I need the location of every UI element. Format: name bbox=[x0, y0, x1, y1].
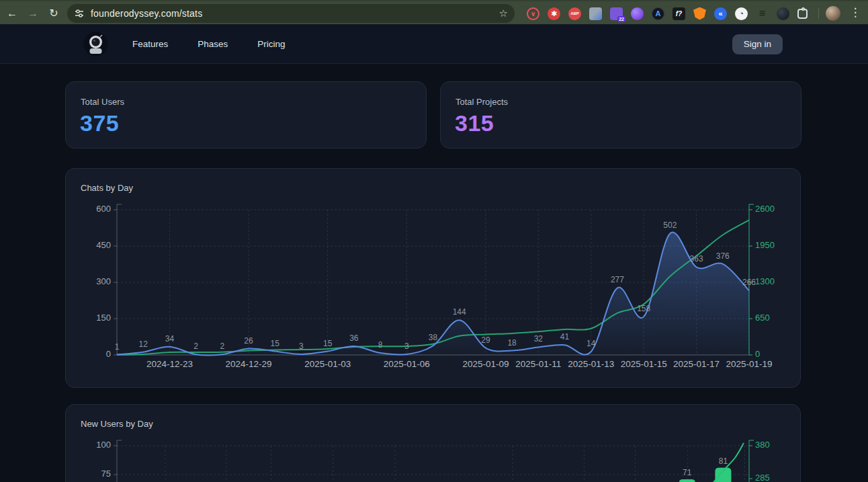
total-users-card: Total Users 375 bbox=[65, 81, 427, 149]
total-users-label: Total Users bbox=[81, 97, 124, 107]
sign-in-button[interactable]: Sign in bbox=[732, 34, 783, 54]
point-value-label: 36 bbox=[349, 333, 359, 343]
right-axis-tick-label: 0 bbox=[755, 349, 760, 359]
left-axis-tick-label: 100 bbox=[96, 440, 111, 450]
site-header: FeaturesPhasesPricing Sign in bbox=[0, 24, 868, 64]
bookmark-star-icon[interactable]: ☆ bbox=[499, 7, 508, 19]
url-bar[interactable]: founderodyssey.com/stats ☆ bbox=[67, 4, 515, 23]
metamask-fox-extension-icon[interactable] bbox=[693, 7, 706, 20]
left-axis-tick-label: 450 bbox=[96, 240, 111, 250]
x-axis-tick-label: 2025-01-06 bbox=[384, 359, 430, 369]
x-axis-tick-label: 2024-12-23 bbox=[146, 359, 193, 369]
adblock-plus-extension-icon[interactable]: ABP bbox=[568, 7, 581, 20]
point-value-label: 26 bbox=[244, 336, 253, 346]
clock-extension-icon[interactable]: ◔ bbox=[735, 7, 748, 20]
right-axis-tick-label: 650 bbox=[755, 313, 770, 323]
right-axis-tick-label: 285 bbox=[755, 473, 770, 482]
profile-avatar[interactable] bbox=[826, 6, 840, 21]
point-value-label: 3 bbox=[299, 342, 304, 351]
back-icon[interactable]: ← bbox=[5, 6, 19, 21]
point-value-label: 32 bbox=[534, 334, 544, 344]
url-text[interactable]: founderodyssey.com/stats bbox=[91, 8, 499, 19]
x-axis-tick-label: 2025-01-09 bbox=[462, 359, 509, 369]
extensions-puzzle-icon[interactable] bbox=[797, 9, 808, 19]
point-value-label: 38 bbox=[429, 333, 438, 342]
hand-blocker-extension-icon[interactable]: ✱ bbox=[548, 7, 560, 20]
x-axis-tick-label: 2025-01-15 bbox=[621, 359, 667, 369]
new-users-by-day-card: New Users by Day 751002853807181 bbox=[65, 404, 801, 482]
astronaut-extension-icon[interactable] bbox=[777, 7, 789, 20]
point-value-label: 144 bbox=[453, 307, 466, 317]
rewind-extension-icon[interactable]: « bbox=[714, 7, 727, 20]
chats-chart-canvas: 015030045060006501300195026002024-12-232… bbox=[66, 169, 801, 388]
purple-badge-extension-icon[interactable]: 22 bbox=[610, 7, 623, 20]
point-value-label: 2 bbox=[193, 342, 198, 351]
left-axis-tick-label: 600 bbox=[96, 204, 111, 214]
swirl-extension-icon[interactable] bbox=[631, 7, 644, 20]
axes bbox=[114, 440, 754, 482]
left-axis-tick-label: 150 bbox=[96, 313, 111, 323]
new-users-bar bbox=[679, 479, 695, 482]
right-axis-tick-label: 2600 bbox=[755, 204, 775, 214]
grid bbox=[117, 446, 749, 482]
nav-item-phases[interactable]: Phases bbox=[198, 39, 228, 49]
x-axis-tick-label: 2025-01-17 bbox=[673, 359, 720, 369]
nav-item-features[interactable]: Features bbox=[132, 39, 168, 49]
new-users-bar bbox=[715, 468, 731, 482]
forward-icon[interactable]: → bbox=[26, 6, 40, 21]
point-value-label: 71 bbox=[683, 468, 692, 477]
point-value-label: 41 bbox=[560, 332, 570, 342]
point-value-label: 15 bbox=[271, 339, 280, 348]
pocket-extension-icon[interactable]: ∨ bbox=[527, 7, 539, 20]
point-value-label: 502 bbox=[663, 220, 677, 230]
right-axis-tick-label: 380 bbox=[755, 440, 770, 450]
new-users-chart-title: New Users by Day bbox=[81, 419, 153, 429]
right-axis-tick-label: 1950 bbox=[755, 240, 775, 250]
x-axis-tick-label: 2025-01-03 bbox=[304, 359, 351, 369]
point-value-label: 376 bbox=[716, 251, 730, 261]
layers-stack-extension-icon[interactable]: ≡ bbox=[756, 7, 769, 20]
x-axis-tick-label: 2025-01-13 bbox=[568, 359, 614, 369]
left-axis-tick-label: 75 bbox=[101, 469, 111, 479]
browser-menu-icon[interactable]: ⋮ bbox=[849, 5, 861, 19]
point-value-label: 266 bbox=[742, 278, 756, 287]
point-value-label: 363 bbox=[690, 254, 703, 264]
chats-by-day-card: Chats by Day 015030045060006501300195026… bbox=[65, 168, 801, 388]
site-settings-icon[interactable] bbox=[74, 8, 85, 19]
point-value-label: 8 bbox=[378, 340, 383, 350]
total-projects-value: 315 bbox=[455, 110, 494, 136]
point-value-label: 277 bbox=[611, 275, 624, 284]
point-value-label: 12 bbox=[139, 339, 148, 349]
point-value-label: 29 bbox=[481, 335, 490, 345]
x-axis-tick-label: 2025-01-11 bbox=[515, 359, 561, 369]
point-value-label: 3 bbox=[404, 342, 409, 351]
left-axis-tick-label: 0 bbox=[106, 349, 111, 359]
chats-chart-title: Chats by Day bbox=[81, 183, 133, 193]
translate-extension-icon[interactable] bbox=[589, 7, 602, 20]
point-value-label: 81 bbox=[719, 456, 728, 466]
left-axis-tick-label: 300 bbox=[96, 276, 111, 286]
point-value-label: 1 bbox=[115, 342, 120, 352]
nav-item-pricing[interactable]: Pricing bbox=[257, 39, 285, 49]
x-axis-tick-label: 2024-12-29 bbox=[226, 359, 272, 369]
f-question-extension-icon[interactable]: f? bbox=[672, 7, 685, 20]
x-axis-tick-label: 2025-01-19 bbox=[726, 359, 772, 369]
a-circle-extension-icon[interactable]: A bbox=[652, 7, 664, 20]
point-value-label: 34 bbox=[165, 334, 175, 344]
point-value-label: 158 bbox=[637, 304, 650, 313]
total-projects-label: Total Projects bbox=[455, 97, 508, 107]
site-nav: FeaturesPhasesPricing bbox=[132, 24, 286, 64]
point-value-label: 2 bbox=[220, 342, 224, 351]
point-value-label: 15 bbox=[323, 339, 333, 348]
right-axis-tick-label: 1300 bbox=[755, 276, 775, 286]
total-users-value: 375 bbox=[80, 110, 119, 136]
total-projects-card: Total Projects 315 bbox=[440, 81, 801, 149]
new-users-chart-canvas: 751002853807181 bbox=[66, 405, 801, 482]
extensions-bar: ∨✱ABP22Af?«◔≡ bbox=[527, 1, 808, 26]
point-value-label: 14 bbox=[587, 339, 596, 348]
point-value-label: 18 bbox=[507, 338, 517, 348]
browser-toolbar: ← → ↻ founderodyssey.com/stats ☆ ∨✱ABP22… bbox=[0, 0, 868, 24]
reload-icon[interactable]: ↻ bbox=[46, 6, 61, 21]
toolbar-separator bbox=[818, 8, 819, 19]
astronaut-logo[interactable] bbox=[83, 32, 108, 56]
